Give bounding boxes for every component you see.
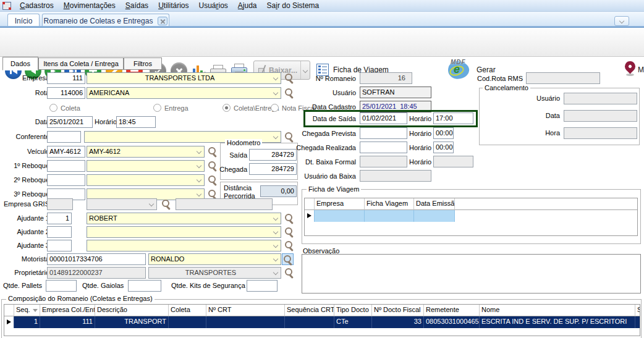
chevron-down-icon[interactable] (197, 149, 201, 154)
reboque2-search-icon[interactable] (208, 175, 218, 185)
ficha-viagem-selected-row[interactable] (305, 210, 637, 222)
motorista-label: Motorista (1, 255, 49, 263)
ajudante2-combo[interactable] (87, 226, 281, 238)
veiculo-code-field[interactable]: AMY-4612 (47, 146, 85, 158)
rota-code-field[interactable]: 114006 (47, 87, 85, 99)
col-sequencia-crt[interactable]: Sequência CRT (285, 305, 334, 316)
row-pointer-icon (7, 319, 11, 324)
radio-coleta[interactable] (49, 104, 57, 112)
menu-item-saidas[interactable]: Saídas (121, 1, 153, 11)
motorista-search-button[interactable] (282, 253, 294, 265)
chevron-down-icon[interactable] (273, 229, 278, 234)
chegada-realizada-horario-field[interactable]: 00:00 (433, 142, 454, 153)
chevron-down-icon[interactable] (197, 177, 201, 182)
menu-item-ajuda[interactable]: Ajuda (233, 1, 262, 11)
empresa-gris-search-icon[interactable] (162, 200, 171, 209)
chevron-down-icon[interactable] (273, 256, 278, 261)
composicao-selected-row[interactable]: 1 111 TRANSPORT CTe 33 08053031000465 ES… (4, 316, 640, 328)
tab-list-button[interactable] (614, 16, 629, 26)
reboque1-search-icon[interactable] (208, 161, 218, 171)
chevron-down-icon[interactable] (273, 90, 278, 95)
col-data-emissao[interactable]: Data Emissão (414, 198, 455, 210)
composicao-table: Seq. Empresa Col./Ent. Descrição Coleta … (4, 304, 640, 336)
chevron-down-icon[interactable] (273, 243, 278, 248)
menu-bar: Cadastros Movimentações Saídas Utilitári… (0, 0, 644, 12)
radio-coleta-entrega[interactable] (222, 104, 231, 112)
ajudante3-combo[interactable] (87, 240, 281, 251)
proprietario-label: Proprietário (1, 269, 49, 276)
col-empresa[interactable]: Empresa (315, 198, 365, 210)
col-serie[interactable]: Série (635, 305, 640, 316)
data-saida-horario-field[interactable]: 17:00 (433, 112, 473, 124)
ajudante1-combo[interactable]: ROBERT (87, 213, 281, 224)
qtde-kits-field[interactable] (247, 280, 278, 292)
tab-filtros[interactable]: Filtros (124, 57, 162, 70)
tab-inicio[interactable]: Início (7, 14, 40, 27)
rota-name-combo[interactable]: AMERICANA (87, 87, 281, 99)
close-tab-icon[interactable] (158, 17, 167, 25)
col-seq[interactable]: Seq. (14, 305, 40, 316)
ajudante2-search-icon[interactable] (285, 227, 294, 237)
col-coleta[interactable]: Coleta (169, 305, 206, 316)
chevron-down-icon[interactable] (273, 75, 278, 80)
reboque1-code-field[interactable] (47, 160, 85, 172)
cell-sequencia-crt (285, 316, 334, 328)
ajudante3-search-icon[interactable] (285, 241, 294, 250)
horario-field[interactable]: 18:45 (116, 116, 156, 128)
reboque3-search-icon[interactable] (208, 190, 218, 199)
chevron-down-icon[interactable] (197, 192, 201, 196)
tab-bar: Início Romaneio de Coletas e Entregas (0, 12, 644, 28)
cell-coleta (169, 316, 206, 328)
menu-item-sair[interactable]: Sair do Sistema (262, 1, 324, 11)
tab-romaneio[interactable]: Romaneio de Coletas e Entregas (42, 14, 169, 27)
ajudante1-search-icon[interactable] (285, 214, 294, 223)
motorista-code-field[interactable]: 00001017334706 (47, 253, 146, 265)
chevron-down-icon[interactable] (273, 134, 278, 139)
radio-nota-fiscal[interactable] (271, 104, 279, 112)
reboque1-combo[interactable] (87, 160, 205, 172)
col-tipo-docto[interactable]: Tipo Docto (334, 305, 372, 316)
veiculo-search-icon[interactable] (208, 147, 218, 156)
chevron-down-icon[interactable] (197, 163, 201, 168)
menu-item-utilitarios[interactable]: Utilitários (153, 1, 193, 11)
chegada-prevista-field[interactable] (360, 127, 407, 139)
chevron-down-icon (619, 19, 624, 23)
veiculo-name-combo[interactable]: AMY-4612 (87, 146, 205, 158)
toolbar: ⚙ Baixar... Ficha de Viagem MDF e Gerar … (0, 28, 644, 57)
conferente-code-field[interactable] (47, 131, 81, 143)
col-nome[interactable]: Nome (480, 305, 635, 316)
col-descricao[interactable]: Descrição (95, 305, 169, 316)
menu-item-movimentacoes[interactable]: Movimentações (59, 1, 121, 11)
ajudante2-code-field[interactable] (47, 226, 72, 238)
col-ficha-viagem[interactable]: Ficha Viagem (365, 198, 414, 210)
col-n-crt[interactable]: Nº CRT (206, 305, 285, 316)
chegada-realizada-field[interactable] (360, 142, 407, 153)
observacao-textarea[interactable] (302, 254, 641, 294)
chevron-down-icon[interactable] (273, 216, 278, 221)
data-field[interactable]: 25/01/2021 (47, 116, 93, 128)
menu-item-cadastros[interactable]: Cadastros (15, 1, 59, 11)
col-n-docto-fiscal[interactable]: Nº Docto Fiscal (372, 305, 424, 316)
ajudante3-code-field[interactable] (47, 240, 72, 251)
data-saida-field[interactable]: 01/02/2021 (360, 112, 407, 124)
ajudante1-code-field[interactable]: 1 (47, 213, 72, 224)
tab-itens-coleta-entrega[interactable]: Itens da Coleta / Entrega (38, 57, 124, 70)
proprietario-search-icon[interactable] (285, 268, 294, 277)
reboque2-code-field[interactable] (47, 174, 85, 186)
col-remetente[interactable]: Remetente (424, 305, 480, 316)
motorista-combo[interactable]: RONALDO (148, 253, 281, 265)
qtde-pallets-field[interactable] (46, 280, 77, 292)
map-pin-icon[interactable] (622, 59, 637, 74)
dt-baixa-formal-field (360, 156, 407, 167)
chegada-prevista-horario-field[interactable]: 00:00 (433, 127, 454, 139)
col-empresa-col-ent[interactable]: Empresa Col./Ent. (40, 305, 95, 316)
radio-entrega[interactable] (153, 104, 161, 112)
empresa-code-field[interactable]: 111 (47, 72, 85, 84)
tab-dados[interactable]: Dados (2, 57, 38, 70)
reboque2-combo[interactable] (87, 174, 205, 186)
menu-item-usuarios[interactable]: Usuários (193, 1, 232, 11)
veiculo-label: Veículo (1, 148, 49, 155)
empresa-name-combo[interactable]: TRANSPORTES LTDA (87, 72, 281, 84)
grid-icon (316, 64, 329, 76)
qtde-gaiolas-field[interactable] (128, 280, 161, 292)
